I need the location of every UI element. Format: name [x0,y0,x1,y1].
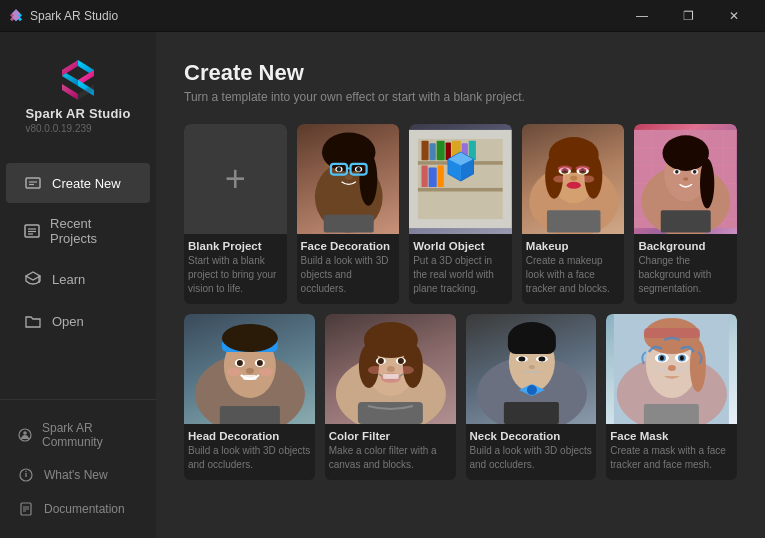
bg-card-info: Background Change the background with se… [634,234,737,304]
svg-rect-44 [437,141,445,161]
svg-rect-50 [429,167,437,187]
open-label: Open [52,314,84,329]
template-face-mask[interactable]: Face Mask Create a mask with a face trac… [606,314,737,480]
nav-item-open[interactable]: Open [6,301,150,341]
face-mask-thumbnail [606,314,737,424]
maximize-button[interactable]: ❐ [665,0,711,32]
svg-point-144 [660,356,664,361]
learn-icon [24,270,42,288]
world-obj-image [409,124,512,234]
svg-point-128 [518,357,525,362]
face-deco-thumbnail [297,124,400,234]
whats-new-label: What's New [44,468,108,482]
blank-card-title: Blank Project [188,240,283,252]
bg-card-image [634,124,737,234]
face-deco-title: Face Decoration [301,240,396,252]
page-subtitle: Turn a template into your own effect or … [184,90,737,104]
template-background[interactable]: Background Change the background with se… [634,124,737,304]
svg-rect-43 [430,143,436,160]
color-filter-thumbnail [325,314,456,424]
page-title: Create New [184,60,737,86]
nav-item-create-new[interactable]: Create New [6,163,150,203]
svg-point-119 [387,366,395,372]
whats-new-icon [18,467,34,483]
color-filter-image [325,314,456,424]
documentation-item[interactable]: Documentation [0,492,156,526]
svg-point-36 [345,175,352,180]
svg-point-122 [400,366,414,374]
svg-marker-1 [62,60,78,76]
community-label: Spark AR Community [42,421,138,449]
svg-rect-37 [323,215,373,233]
recent-projects-label: Recent Projects [50,216,132,246]
svg-point-130 [538,357,545,362]
svg-point-116 [398,358,404,364]
svg-point-17 [23,431,27,435]
svg-point-20 [25,471,26,472]
svg-point-71 [553,175,565,182]
makeup-card-info: Makeup Create a makeup look with a face … [522,234,625,304]
svg-point-147 [680,356,684,361]
templates-row-1: + Blank Project Start with a blank proje… [184,124,737,304]
sidebar-navigation: Create New Recent Projects [0,162,156,399]
neck-deco-card-info: Neck Decoration Build a look with 3D obj… [466,424,597,480]
svg-point-70 [566,182,580,189]
minimize-button[interactable]: — [619,0,665,32]
template-blank-project[interactable]: + Blank Project Start with a blank proje… [184,124,287,304]
title-bar: Spark AR Studio — ❐ ✕ [0,0,765,32]
svg-rect-141 [644,328,700,338]
svg-point-88 [700,158,714,208]
face-mask-title: Face Mask [610,430,733,442]
svg-point-148 [668,365,676,371]
world-obj-card-info: World Object Put a 3D object in the real… [409,234,512,304]
open-icon [24,312,42,330]
svg-point-104 [246,368,254,374]
svg-point-87 [663,135,709,171]
head-deco-desc: Build a look with 3D objects and occlude… [188,444,311,472]
community-item[interactable]: Spark AR Community [0,412,156,458]
whats-new-item[interactable]: What's New [0,458,156,492]
template-face-decoration[interactable]: Face Decoration Build a look with 3D obj… [297,124,400,304]
svg-point-69 [570,175,577,180]
template-makeup[interactable]: Makeup Create a makeup look with a face … [522,124,625,304]
plus-icon: + [225,161,246,197]
svg-point-68 [575,166,589,171]
nav-item-learn[interactable]: Learn [6,259,150,299]
neck-deco-thumbnail [466,314,597,424]
neck-deco-image [466,314,597,424]
face-mask-desc: Create a mask with a face tracker and fa… [610,444,733,472]
head-deco-thumbnail [184,314,315,424]
template-world-object[interactable]: World Object Put a 3D object in the real… [409,124,512,304]
main-content: Create New Turn a template into your own… [156,32,765,538]
sidebar-bottom: Spark AR Community What's New [0,399,156,538]
svg-rect-51 [438,166,444,187]
create-new-label: Create New [52,176,121,191]
svg-point-114 [378,358,384,364]
app-icon [8,8,24,24]
blank-card-info: Blank Project Start with a blank project… [184,234,287,304]
app-body: Spark AR Studio v80.0.0.19.239 Create Ne… [0,32,765,538]
world-obj-desc: Put a 3D object in the real world with p… [413,254,508,296]
svg-point-33 [336,167,340,171]
svg-point-112 [403,344,423,388]
svg-point-92 [693,170,697,174]
nav-item-recent-projects[interactable]: Recent Projects [6,205,150,257]
svg-point-91 [675,170,679,174]
svg-rect-42 [422,141,429,161]
svg-point-107 [259,368,273,376]
template-color-filter[interactable]: Color Filter Make a color filter with a … [325,314,456,480]
template-head-decoration[interactable]: Head Decoration Build a look with 3D obj… [184,314,315,480]
community-icon [18,427,32,443]
template-neck-decoration[interactable]: Neck Decoration Build a look with 3D obj… [466,314,597,480]
svg-point-140 [690,340,706,392]
makeup-desc: Create a makeup look with a face tracker… [526,254,621,296]
svg-marker-5 [62,84,78,100]
blank-card-desc: Start with a blank project to bring your… [188,254,283,296]
svg-rect-73 [547,210,601,232]
svg-point-100 [237,360,243,366]
close-button[interactable]: ✕ [711,0,757,32]
svg-point-121 [368,366,382,374]
neck-deco-title: Neck Decoration [470,430,593,442]
sidebar-logo: Spark AR Studio v80.0.0.19.239 [0,40,156,154]
svg-point-102 [257,360,263,366]
